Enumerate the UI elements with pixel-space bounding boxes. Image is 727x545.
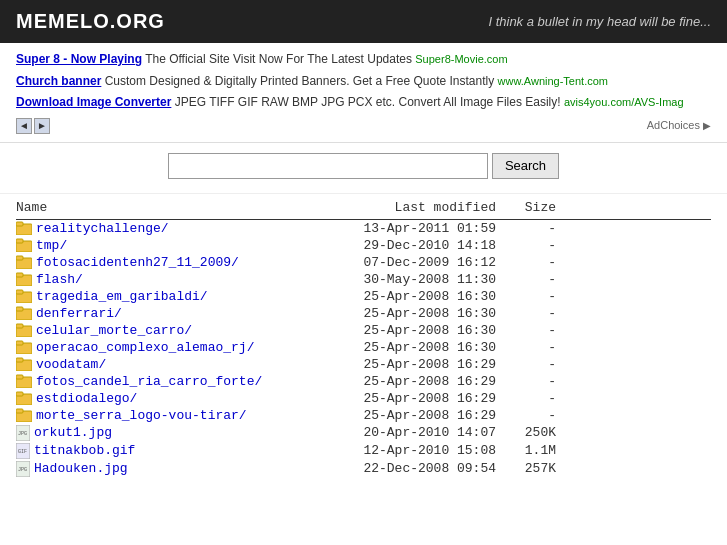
file-link[interactable]: orkut1.jpg (34, 425, 112, 440)
nav-forward-button[interactable]: ► (34, 118, 50, 134)
svg-rect-11 (16, 307, 23, 311)
svg-rect-1 (16, 222, 23, 226)
file-link[interactable]: Hadouken.jpg (34, 461, 128, 476)
table-row: fotos_candel_ria_carro_forte/25-Apr-2008… (16, 373, 711, 390)
file-link[interactable]: operacao_complexo_alemao_rj/ (36, 340, 254, 355)
svg-text:JPG: JPG (18, 467, 27, 473)
folder-icon (16, 408, 32, 422)
file-link[interactable]: titnakbob.gif (34, 443, 135, 458)
file-size: - (496, 255, 556, 270)
ad-link-2[interactable]: Church banner (16, 74, 101, 88)
file-link[interactable]: flash/ (36, 272, 83, 287)
jpg-icon: JPG (16, 425, 30, 441)
svg-rect-23 (16, 409, 23, 413)
file-modified: 25-Apr-2008 16:29 (316, 391, 496, 406)
table-row: denferrari/25-Apr-2008 16:30- (16, 305, 711, 322)
site-title: MEMELO.ORG (16, 10, 165, 33)
ads-section: Super 8 - Now Playing The Official Site … (0, 43, 727, 143)
table-row: realitychallenge/13-Apr-2011 01:59- (16, 220, 711, 237)
file-link[interactable]: voodatam/ (36, 357, 106, 372)
file-modified: 25-Apr-2008 16:29 (316, 408, 496, 423)
table-row: morte_serra_logo-vou-tirar/25-Apr-2008 1… (16, 407, 711, 424)
file-size: - (496, 221, 556, 236)
col-size-header: Size (496, 200, 556, 215)
search-form: Search (168, 153, 559, 179)
table-row: GIFtitnakbob.gif12-Apr-2010 15:081.1M (16, 442, 711, 460)
file-link[interactable]: fotosacidentenh27_11_2009/ (36, 255, 239, 270)
site-header: MEMELO.ORG I think a bullet in my head w… (0, 0, 727, 43)
search-section: Search (0, 143, 727, 194)
table-row: estdiodalego/25-Apr-2008 16:29- (16, 390, 711, 407)
svg-rect-9 (16, 290, 23, 294)
file-link[interactable]: tmp/ (36, 238, 67, 253)
file-modified: 25-Apr-2008 16:29 (316, 357, 496, 372)
file-modified: 25-Apr-2008 16:30 (316, 306, 496, 321)
gif-icon: GIF (16, 443, 30, 459)
file-modified: 22-Dec-2008 09:54 (316, 461, 496, 476)
ad-url-3[interactable]: avis4you.com/AVS-Imag (564, 96, 684, 108)
folder-icon (16, 391, 32, 405)
file-modified: 30-May-2008 11:30 (316, 272, 496, 287)
file-link[interactable]: realitychallenge/ (36, 221, 169, 236)
ad-url-1[interactable]: Super8-Movie.com (415, 53, 507, 65)
file-size: - (496, 357, 556, 372)
table-row: flash/30-May-2008 11:30- (16, 271, 711, 288)
col-modified-header: Last modified (316, 200, 496, 215)
svg-rect-3 (16, 239, 23, 243)
file-size: 1.1M (496, 443, 556, 458)
nav-back-button[interactable]: ◄ (16, 118, 32, 134)
svg-rect-5 (16, 256, 23, 260)
table-row: operacao_complexo_alemao_rj/25-Apr-2008 … (16, 339, 711, 356)
file-link[interactable]: estdiodalego/ (36, 391, 137, 406)
svg-text:GIF: GIF (18, 449, 27, 455)
folder-icon (16, 323, 32, 337)
col-name-header: Name (16, 200, 316, 215)
listing-rows: realitychallenge/13-Apr-2011 01:59-tmp/2… (16, 220, 711, 478)
listing-header: Name Last modified Size (16, 194, 711, 220)
folder-icon (16, 374, 32, 388)
folder-icon (16, 306, 32, 320)
file-size: - (496, 374, 556, 389)
file-size: - (496, 323, 556, 338)
file-listing: Name Last modified Size realitychallenge… (0, 194, 727, 494)
folder-icon (16, 340, 32, 354)
file-modified: 20-Apr-2010 14:07 (316, 425, 496, 440)
file-modified: 25-Apr-2008 16:30 (316, 289, 496, 304)
ad-text-1: The Official Site Visit Now For The Late… (145, 52, 415, 66)
svg-rect-13 (16, 324, 23, 328)
file-link[interactable]: fotos_candel_ria_carro_forte/ (36, 374, 262, 389)
file-link[interactable]: denferrari/ (36, 306, 122, 321)
file-size: - (496, 272, 556, 287)
file-size: - (496, 408, 556, 423)
folder-icon (16, 255, 32, 269)
svg-rect-17 (16, 358, 23, 362)
ad-link-1[interactable]: Super 8 - Now Playing (16, 52, 142, 66)
file-size: 250K (496, 425, 556, 440)
table-row: JPGorkut1.jpg20-Apr-2010 14:07250K (16, 424, 711, 442)
file-size: - (496, 289, 556, 304)
file-size: - (496, 340, 556, 355)
file-link[interactable]: morte_serra_logo-vou-tirar/ (36, 408, 247, 423)
file-modified: 07-Dec-2009 16:12 (316, 255, 496, 270)
ad-row-2: Church banner Custom Designed & Digitall… (16, 71, 711, 93)
folder-icon (16, 238, 32, 252)
file-link[interactable]: celular_morte_carro/ (36, 323, 192, 338)
file-modified: 12-Apr-2010 15:08 (316, 443, 496, 458)
ad-url-2[interactable]: www.Awning-Tent.com (498, 75, 608, 87)
search-button[interactable]: Search (492, 153, 559, 179)
ad-link-3[interactable]: Download Image Converter (16, 95, 171, 109)
nav-arrows: ◄ ► (16, 118, 50, 134)
ad-row-3: Download Image Converter JPEG TIFF GIF R… (16, 92, 711, 114)
file-modified: 25-Apr-2008 16:30 (316, 340, 496, 355)
file-size: 257K (496, 461, 556, 476)
file-modified: 25-Apr-2008 16:29 (316, 374, 496, 389)
svg-rect-7 (16, 273, 23, 277)
search-input[interactable] (168, 153, 488, 179)
file-link[interactable]: tragedia_em_garibaldi/ (36, 289, 208, 304)
svg-text:JPG: JPG (18, 431, 27, 437)
table-row: fotosacidentenh27_11_2009/07-Dec-2009 16… (16, 254, 711, 271)
folder-icon (16, 357, 32, 371)
table-row: JPGHadouken.jpg22-Dec-2008 09:54257K (16, 460, 711, 478)
ad-text-3: JPEG TIFF GIF RAW BMP JPG PCX etc. Conve… (175, 95, 564, 109)
site-tagline: I think a bullet in my head will be fine… (488, 14, 711, 29)
